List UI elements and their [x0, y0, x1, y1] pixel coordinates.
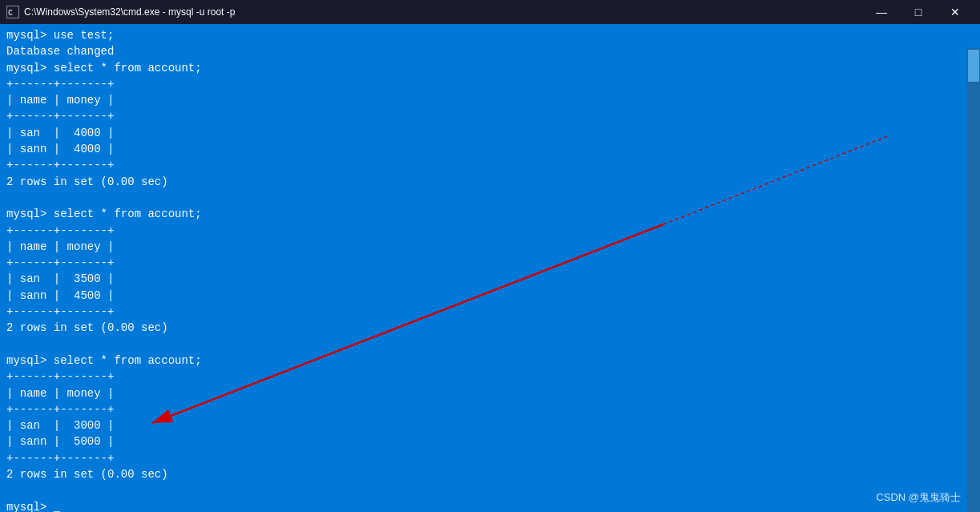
window-title: C:\Windows\System32\cmd.exe - mysql -u r… — [24, 6, 235, 18]
terminal-output: mysql> use test; Database changed mysql>… — [6, 27, 974, 512]
title-bar-left: C C:\Windows\System32\cmd.exe - mysql -u… — [6, 6, 235, 18]
window: C C:\Windows\System32\cmd.exe - mysql -u… — [0, 0, 980, 512]
watermark: CSDN @鬼鬼骑士 — [876, 490, 961, 506]
svg-text:C: C — [8, 9, 13, 18]
scrollbar-thumb[interactable] — [968, 50, 979, 82]
scrollbar[interactable] — [967, 48, 980, 512]
minimize-button[interactable]: — — [863, 0, 900, 24]
terminal-area[interactable]: mysql> use test; Database changed mysql>… — [0, 24, 980, 512]
cmd-icon: C — [6, 6, 19, 18]
maximize-button[interactable]: □ — [900, 0, 937, 24]
close-button[interactable]: ✕ — [937, 0, 974, 24]
window-controls: — □ ✕ — [863, 0, 974, 24]
title-bar: C C:\Windows\System32\cmd.exe - mysql -u… — [0, 0, 980, 24]
